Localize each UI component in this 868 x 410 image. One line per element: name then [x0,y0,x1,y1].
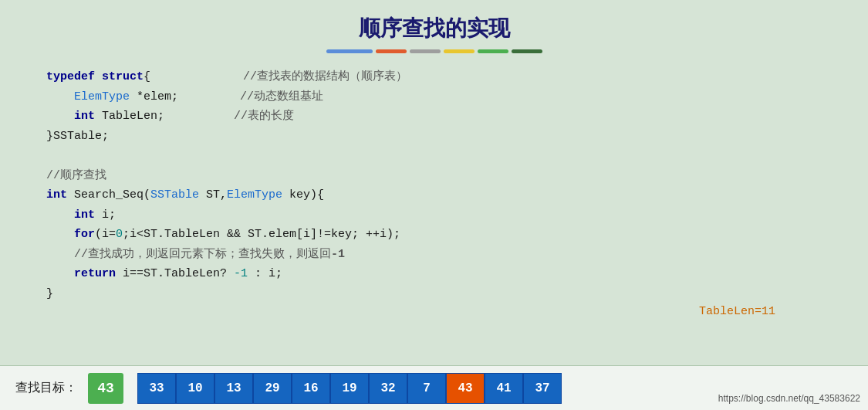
array-container: 331013291619327434137 [137,373,562,404]
tablelen-label: TableLen=11 [0,305,868,318]
bar-seg-1 [326,49,373,53]
bar-seg-3 [410,49,441,53]
bar-seg-6 [512,49,542,53]
code-line-4: }SSTable; [46,127,822,147]
code-line-1: typedef struct{//查找表的数据结构（顺序表） [46,67,822,87]
code-line-2: ElemType *elem;//动态数组基址 [46,87,822,107]
array-cell-4: 16 [292,373,330,404]
array-cell-6: 32 [369,373,407,404]
array-cell-1: 10 [176,373,214,404]
url-label: https://blog.csdn.net/qq_43583622 [718,393,860,404]
bar-seg-4 [444,49,475,53]
array-cell-2: 13 [214,373,253,404]
target-box: 43 [88,373,123,404]
bar-seg-2 [376,49,407,53]
code-line-7: int i; [46,205,822,225]
search-label: 查找目标： [15,380,77,396]
code-line-10: return i==ST.TableLen? -1 : i; [46,264,822,284]
array-cell-3: 29 [253,373,292,404]
code-line-6: int Search_Seq(SSTable ST,ElemType key){ [46,185,822,205]
bar-seg-5 [478,49,508,53]
code-line-5: //顺序查找 [46,166,822,186]
code-area: typedef struct{//查找表的数据结构（顺序表） ElemType … [0,67,868,303]
array-cell-10: 37 [523,373,562,404]
code-line-8: for(i=0;i<ST.TableLen && ST.elem[i]!=key… [46,225,822,245]
array-cell-7: 7 [407,373,446,404]
code-line-blank [46,146,822,166]
array-cell-0: 33 [137,373,176,404]
array-cell-9: 41 [485,373,523,404]
code-line-3: int TableLen;//表的长度 [46,107,822,127]
color-bar [0,49,868,53]
code-line-9: //查找成功，则返回元素下标；查找失败，则返回-1 [46,245,822,265]
array-cell-5: 19 [330,373,369,404]
page-title: 顺序查找的实现 [0,0,868,49]
array-cell-8: 43 [446,373,485,404]
code-line-11: } [46,284,822,304]
